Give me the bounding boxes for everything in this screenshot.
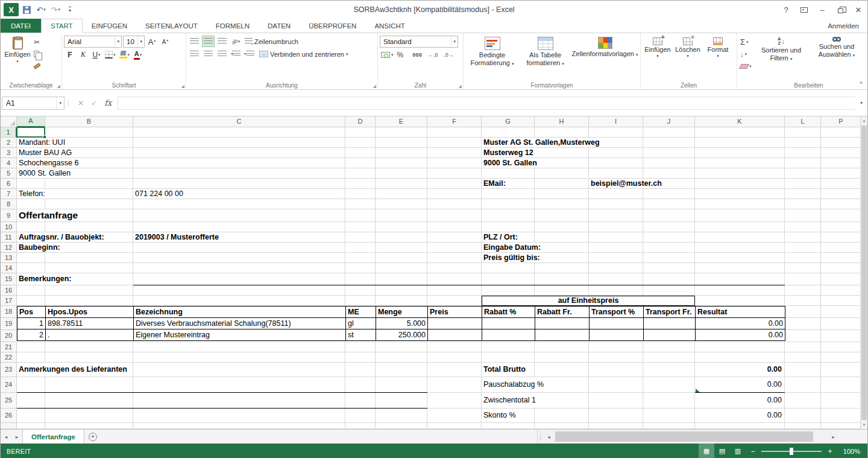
row-header-23[interactable]: 23 (1, 363, 17, 377)
table-cell[interactable]: 898.78511 (46, 318, 134, 329)
formula-bar-splitter[interactable]: ⋮ (64, 99, 72, 107)
ribbon-tab-seitenlayout[interactable]: SEITENLAYOUT (136, 19, 207, 33)
scroll-down-button[interactable]: ▾ (861, 421, 867, 429)
vertical-scroll-thumb[interactable] (861, 126, 867, 420)
column-header-B[interactable]: B (45, 116, 133, 127)
align-center-button[interactable] (202, 48, 215, 60)
font-name-select[interactable]: Arial▾ (64, 36, 122, 48)
qat-customize-button[interactable]: ▾ (63, 3, 77, 16)
increase-decimal-button[interactable]: ←,0 (427, 49, 442, 60)
percent-style-button[interactable]: % (396, 49, 410, 60)
row-header-14[interactable]: 14 (1, 263, 17, 273)
cell-K24[interactable]: 0.00 (695, 377, 784, 392)
table-cell[interactable] (535, 318, 590, 329)
view-normal-button[interactable]: ▦ (699, 444, 714, 458)
column-header-I[interactable]: I (589, 116, 643, 127)
row-header-5[interactable]: 5 (1, 168, 17, 179)
column-header-K[interactable]: K (695, 116, 785, 127)
collapse-ribbon-button[interactable]: ^ (860, 81, 863, 87)
tab-splitter[interactable]: ⋮ (538, 433, 544, 440)
fill-color-button[interactable]: ▾ (118, 49, 131, 60)
row-header-8[interactable]: 8 (1, 199, 17, 209)
increase-font-button[interactable]: A▴ (146, 36, 158, 48)
cell-I6[interactable]: beispiel@muster.ch (589, 179, 664, 188)
row-header-17[interactable]: 17 (1, 296, 17, 306)
align-top-button[interactable] (188, 36, 201, 47)
insert-function-button[interactable]: fx (104, 98, 112, 107)
table-cell[interactable] (644, 329, 696, 341)
cell-A11[interactable]: Auftragsnr. / Bauobjekt: (17, 232, 106, 242)
insert-cells-button[interactable]: Einfügen ▾ (643, 34, 673, 80)
zoom-level[interactable]: 100% (837, 448, 867, 455)
minimize-button[interactable]: – (813, 1, 831, 19)
table-header-cell[interactable]: Transport % (590, 307, 644, 318)
table-header-cell[interactable]: Menge (376, 307, 428, 318)
row-header-1[interactable]: 1 (1, 127, 17, 138)
help-button[interactable]: ? (777, 1, 795, 19)
column-header-D[interactable]: D (345, 116, 376, 127)
cell-A3[interactable]: Muster BAU AG (17, 148, 74, 157)
paste-button[interactable]: Einfügen ▾ (2, 34, 33, 64)
table-cell[interactable]: Eigener Mustereintrag (134, 329, 346, 341)
ribbon-tab-datei[interactable]: DATEI (1, 19, 41, 33)
cell-G25[interactable]: Zwischentotal 1 (482, 393, 538, 408)
cell-G11[interactable]: PLZ / Ort: (482, 232, 520, 242)
align-middle-button[interactable] (202, 36, 215, 47)
sheet-nav-right-button[interactable]: ▸ (11, 430, 22, 444)
table-header-cell[interactable]: Pos (17, 307, 46, 318)
zoom-slider-thumb[interactable] (790, 448, 793, 455)
table-cell[interactable]: 250.000 (376, 329, 428, 341)
table-cell[interactable]: 0.00 (696, 318, 785, 329)
table-cell[interactable]: 2 (17, 329, 46, 341)
ribbon-tab-überprüfen[interactable]: ÜBERPRÜFEN (300, 19, 365, 33)
table-cell[interactable]: gl (346, 318, 376, 329)
cell-K26[interactable]: 0.00 (695, 409, 784, 422)
autosum-button[interactable]: Σ▾ (739, 36, 753, 48)
table-cell[interactable]: . (46, 329, 134, 341)
cell-A4[interactable]: Schochengasse 6 (17, 158, 80, 168)
undo-button[interactable]: ↶▾ (34, 3, 48, 16)
cut-button[interactable]: ✂ (33, 36, 47, 48)
cell-A23[interactable]: Anmerkungen des Lieferanten (17, 363, 129, 377)
column-header-F[interactable]: F (427, 116, 482, 127)
align-bottom-button[interactable] (216, 36, 228, 47)
column-header-H[interactable]: H (535, 116, 589, 127)
horizontal-scrollbar[interactable]: ⋮ ◂ ▸ (537, 430, 838, 444)
cell-G13[interactable]: Preis gültig bis: (482, 253, 542, 262)
sheet-grid[interactable]: 1234567891011121314151617181920212223242… (1, 127, 861, 429)
number-format-select[interactable]: Standard▾ (380, 36, 458, 48)
save-button[interactable] (20, 3, 33, 16)
table-cell[interactable]: 0.00 (696, 329, 785, 341)
bold-button[interactable]: F (64, 49, 76, 60)
row-header-3[interactable]: 3 (1, 148, 17, 158)
font-size-select[interactable]: 10▾ (123, 36, 145, 48)
row-header-21[interactable]: 21 (1, 342, 17, 352)
table-cell[interactable] (590, 329, 644, 341)
scroll-left-button[interactable]: ◂ (544, 434, 554, 440)
row-header-20[interactable]: 20 (1, 330, 17, 342)
enter-button[interactable]: ✓ (91, 99, 97, 107)
row-header-6[interactable]: 6 (1, 179, 17, 189)
font-color-button[interactable]: A▾ (132, 49, 144, 60)
copy-button[interactable]: ▾ (33, 48, 47, 60)
row-header-26[interactable]: 26 (1, 409, 17, 423)
row-header-12[interactable]: 12 (1, 243, 17, 253)
cell-styles-button[interactable]: Zellenformatvorlagen ▾ (571, 34, 638, 80)
zoom-out-button[interactable]: − (746, 447, 760, 456)
cell-G26[interactable]: Skonto % (482, 409, 518, 422)
table-cell[interactable]: Diverses Verbrauchsmaterial Schalung(785… (134, 318, 346, 329)
cell-K25[interactable]: 0.00 (695, 393, 784, 408)
cell-K23[interactable]: 0.00 (695, 363, 784, 377)
cell-A15[interactable]: Bemerkungen: (17, 273, 74, 285)
cell-C11[interactable]: 2019003 / Musterofferte (133, 232, 221, 242)
column-header-J[interactable]: J (643, 116, 695, 127)
cell-G3[interactable]: Musterweg 12 (482, 148, 535, 157)
align-right-button[interactable] (216, 48, 228, 60)
cell-G23[interactable]: Total Brutto (482, 363, 527, 377)
delete-cells-button[interactable]: Löschen ▾ (673, 34, 703, 80)
decrease-indent-button[interactable] (230, 48, 242, 60)
column-header-A[interactable]: A (17, 116, 45, 127)
table-cell[interactable]: 5.000 (376, 318, 428, 329)
conditional-formatting-button[interactable]: Bedingte Formatierung ▾ (465, 34, 519, 80)
cell-G2[interactable]: Muster AG St. Gallen,Musterweg (482, 138, 602, 147)
